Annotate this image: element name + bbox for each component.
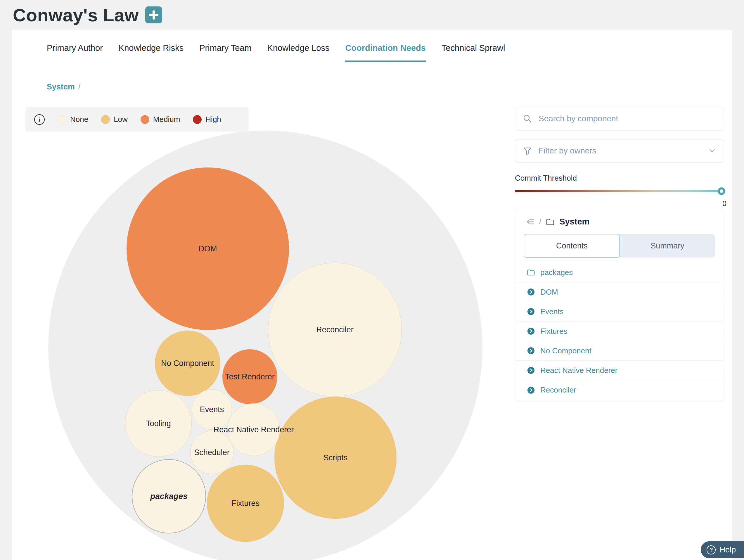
bubble-label: Tooling	[146, 419, 171, 428]
bubble-label: React Native Renderer	[214, 425, 294, 434]
detail-panel-header: / System	[515, 208, 724, 233]
bubble-scheduler[interactable]: Scheduler	[190, 431, 233, 474]
component-icon	[527, 307, 535, 316]
list-item-label: Fixtures	[540, 327, 567, 336]
tab-contents[interactable]: Contents	[524, 234, 620, 258]
list-item-label: Reconciler	[540, 385, 576, 395]
list-item-fixtures[interactable]: Fixtures	[515, 322, 724, 341]
bubble-label: Test Renderer	[225, 372, 275, 381]
right-panel: Filter by owners Commit Threshold 0 / Sy…	[515, 107, 724, 130]
filter-dropdown[interactable]: Filter by owners	[515, 139, 724, 162]
plus-icon	[149, 10, 159, 20]
bubble-tooling[interactable]: Tooling	[125, 390, 192, 457]
commit-threshold-label: Commit Threshold	[515, 174, 577, 183]
bubble-label: No Component	[161, 359, 214, 368]
bubble-no-component[interactable]: No Component	[155, 331, 220, 396]
list-item-label: DOM	[540, 288, 558, 297]
panel-breadcrumb-separator: /	[539, 217, 541, 226]
bubble-label: Events	[200, 405, 224, 414]
help-label: Help	[719, 546, 736, 554]
folder-icon	[546, 218, 555, 226]
panel-title: System	[559, 217, 589, 226]
list-item-events[interactable]: Events	[515, 302, 724, 322]
search-icon	[523, 114, 532, 123]
help-button[interactable]: Help	[701, 541, 744, 558]
slider-value: 0	[722, 199, 727, 208]
list-item-label: Events	[540, 307, 564, 316]
component-icon	[527, 327, 535, 335]
bubble-label: packages	[150, 492, 188, 501]
component-icon	[527, 386, 535, 394]
list-item-react-native-renderer[interactable]: React Native Renderer	[515, 361, 724, 380]
bubble-react-native-renderer[interactable]: React Native Renderer	[227, 403, 280, 456]
bubble-dom[interactable]: DOM	[126, 167, 289, 330]
bubble-fixtures[interactable]: Fixtures	[207, 465, 284, 542]
bubble-label: DOM	[199, 244, 217, 253]
page-title: Conway's Law	[13, 5, 139, 26]
slider-track[interactable]	[515, 190, 724, 192]
search-box	[515, 107, 724, 130]
bubble-label: Scripts	[324, 453, 348, 462]
filter-icon	[523, 146, 532, 155]
bubble-test-renderer[interactable]: Test Renderer	[222, 349, 277, 404]
tab-summary[interactable]: Summary	[620, 234, 715, 258]
question-icon	[707, 546, 716, 554]
app-header: Conway's Law	[0, 0, 744, 30]
bubble-reconciler[interactable]: Reconciler	[268, 263, 402, 397]
detail-panel: / System Contents Summary packagesDOMEve…	[515, 208, 724, 402]
component-icon	[527, 288, 535, 296]
bubble-label: Scheduler	[194, 448, 230, 457]
component-icon	[527, 366, 535, 374]
list-item-reconciler[interactable]: Reconciler	[515, 380, 724, 400]
main-card: Primary Author Knowledge Risks Primary T…	[12, 30, 732, 560]
commit-threshold-slider: 0	[515, 186, 724, 198]
filter-label: Filter by owners	[538, 146, 702, 155]
folder-icon	[527, 268, 535, 276]
list-item-label: No Component	[540, 346, 591, 356]
slider-handle[interactable]	[718, 187, 725, 195]
search-input[interactable]	[538, 114, 716, 123]
bubble-label: Fixtures	[231, 499, 260, 508]
panel-tab-bar: Contents Summary	[524, 234, 715, 258]
chevron-down-icon	[708, 147, 716, 155]
add-button[interactable]	[145, 6, 162, 24]
list-item-label: packages	[540, 268, 573, 277]
list-item-no-component[interactable]: No Component	[515, 341, 724, 361]
bubble-scripts[interactable]: Scripts	[274, 397, 397, 519]
component-icon	[527, 347, 535, 355]
bubble-events[interactable]: Events	[192, 389, 232, 430]
bubble-label: Reconciler	[316, 325, 354, 334]
list-item-packages[interactable]: packages	[515, 263, 724, 282]
collapse-left-icon[interactable]	[526, 218, 534, 226]
list-item-label: React Native Renderer	[540, 366, 618, 375]
bubble-packages[interactable]: packages	[132, 459, 206, 533]
contents-list: packagesDOMEventsFixturesNo ComponentRea…	[515, 263, 724, 400]
list-item-dom[interactable]: DOM	[515, 282, 724, 302]
